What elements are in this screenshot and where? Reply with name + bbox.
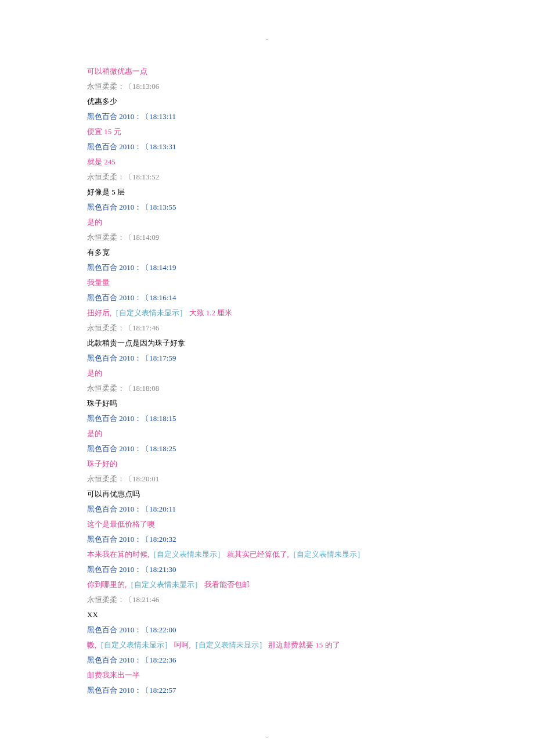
chat-text: 大致 1.2 厘米	[187, 308, 232, 317]
chat-line: 有多宽	[87, 245, 476, 260]
chat-line: 永恒柔柔：〔18:21:46	[87, 592, 476, 607]
chat-text: 黑色百合 2010：〔18:20:32	[87, 535, 176, 543]
chat-line: 邮费我来出一半	[87, 668, 476, 683]
chat-line: 本来我在算的时候,［自定义表情未显示］ 就其实已经算低了,［自定义表情未显示］	[87, 547, 476, 562]
chat-line: 嗷,［自定义表情未显示］ 呵呵,［自定义表情未显示］ 那边邮费就要 15 的了	[87, 638, 476, 653]
chat-line: 珠子好吗	[87, 396, 476, 411]
chat-line: 永恒柔柔：〔18:14:09	[87, 230, 476, 245]
chat-text: 黑色百合 2010：〔18:20:11	[87, 505, 176, 513]
chat-line: 就是 245	[87, 154, 476, 170]
chat-line: 永恒柔柔：〔18:17:46	[87, 321, 476, 336]
chat-line: 可以再优惠点吗	[87, 487, 476, 502]
chat-text: 珠子好的	[87, 459, 117, 468]
chat-text: ［自定义表情未显示］	[149, 550, 225, 559]
chat-text: 此款稍贵一点是因为珠子好拿	[87, 339, 185, 347]
chat-line: 黑色百合 2010：〔18:16:14	[87, 290, 476, 305]
chat-line: 黑色百合 2010：〔18:14:19	[87, 260, 476, 275]
chat-text: 就其实已经算低了,	[225, 550, 289, 559]
chat-text: 黑色百合 2010：〔18:14:19	[87, 263, 176, 272]
chat-line: 黑色百合 2010：〔18:22:36	[87, 653, 476, 668]
chat-text: 是的	[87, 369, 102, 377]
chat-text: ［自定义表情未显示］	[111, 308, 187, 317]
chat-line: 你到哪里的,［自定义表情未显示］ 我看能否包邮	[87, 577, 476, 592]
chat-line: 是的	[87, 366, 476, 381]
chat-line: 黑色百合 2010：〔18:20:32	[87, 532, 476, 547]
chat-text: 永恒柔柔：〔18:13:06	[87, 82, 159, 91]
chat-log: 可以稍微优惠一点永恒柔柔：〔18:13:06优惠多少黑色百合 2010：〔18:…	[0, 64, 534, 698]
chat-line: 永恒柔柔：〔18:13:52	[87, 170, 476, 185]
chat-line: 可以稍微优惠一点	[87, 64, 476, 79]
chat-text: 本来我在算的时候,	[87, 550, 149, 559]
chat-text: 那边邮费就要 15 的了	[266, 640, 340, 649]
chat-text: 好像是 5 层	[87, 188, 125, 196]
chat-line: 黑色百合 2010：〔18:18:25	[87, 441, 476, 456]
chat-text: 优惠多少	[87, 97, 117, 106]
chat-text: 黑色百合 2010：〔18:18:25	[87, 444, 176, 453]
chat-line: 是的	[87, 215, 476, 230]
chat-line: 永恒柔柔：〔18:18:08	[87, 381, 476, 396]
chat-text: XX	[87, 610, 98, 619]
chat-line: 黑色百合 2010：〔18:17:59	[87, 351, 476, 366]
chat-text: 你到哪里的,	[87, 580, 127, 589]
chat-text: 永恒柔柔：〔18:13:52	[87, 172, 159, 181]
chat-line: 永恒柔柔：〔18:13:06	[87, 79, 476, 94]
chat-text: 永恒柔柔：〔18:21:46	[87, 595, 159, 604]
chat-line: 黑色百合 2010：〔18:22:57	[87, 683, 476, 698]
chat-text: 呵呵,	[172, 640, 191, 649]
chat-line: 黑色百合 2010：〔18:20:11	[87, 502, 476, 517]
chat-text: 黑色百合 2010：〔18:22:36	[87, 656, 176, 664]
chat-text: 是的	[87, 429, 102, 438]
chat-text: ［自定义表情未显示］	[289, 550, 365, 559]
chat-line: 我量量	[87, 275, 476, 290]
chat-line: 珠子好的	[87, 456, 476, 471]
chat-line: 黑色百合 2010：〔18:22:00	[87, 622, 476, 638]
chat-text: 黑色百合 2010：〔18:21:30	[87, 565, 176, 574]
chat-text: 黑色百合 2010：〔18:22:57	[87, 686, 176, 694]
chat-text: 珠子好吗	[87, 399, 117, 408]
chat-text: 就是 245	[87, 157, 116, 166]
chat-line: 黑色百合 2010：〔18:18:15	[87, 411, 476, 426]
chat-text: 黑色百合 2010：〔18:13:55	[87, 203, 176, 211]
page-marker-top: .	[266, 35, 268, 41]
chat-text: 嗷,	[87, 640, 96, 649]
chat-line: 此款稍贵一点是因为珠子好拿	[87, 336, 476, 351]
chat-text: 黑色百合 2010：〔18:13:31	[87, 142, 176, 151]
chat-text: 邮费我来出一半	[87, 671, 140, 679]
page-marker-bottom: .	[266, 732, 268, 739]
chat-line: 黑色百合 2010：〔18:21:30	[87, 562, 476, 577]
chat-text: 我量量	[87, 278, 110, 287]
chat-line: 黑色百合 2010：〔18:13:55	[87, 200, 476, 215]
chat-text: 黑色百合 2010：〔18:16:14	[87, 293, 176, 302]
chat-text: 永恒柔柔：〔18:14:09	[87, 233, 159, 242]
chat-text: ［自定义表情未显示］	[191, 640, 266, 649]
chat-line: XX	[87, 607, 476, 622]
chat-text: ［自定义表情未显示］	[96, 640, 172, 649]
chat-line: 是的	[87, 426, 476, 441]
chat-line: 好像是 5 层	[87, 185, 476, 200]
chat-text: 我看能否包邮	[202, 580, 249, 589]
chat-line: 便宜 15 元	[87, 124, 476, 139]
chat-text: 有多宽	[87, 248, 110, 257]
chat-text: 黑色百合 2010：〔18:18:15	[87, 414, 176, 423]
chat-line: 扭好后,［自定义表情未显示］ 大致 1.2 厘米	[87, 305, 476, 321]
chat-line: 这个是最低价格了噢	[87, 517, 476, 532]
chat-text: 黑色百合 2010：〔18:13:11	[87, 112, 176, 121]
chat-line: 黑色百合 2010：〔18:13:31	[87, 139, 476, 154]
chat-text: 是的	[87, 218, 102, 226]
chat-line: 永恒柔柔：〔18:20:01	[87, 471, 476, 487]
chat-text: 永恒柔柔：〔18:18:08	[87, 384, 159, 393]
chat-line: 黑色百合 2010：〔18:13:11	[87, 109, 476, 124]
chat-text: 永恒柔柔：〔18:20:01	[87, 474, 159, 483]
chat-text: 黑色百合 2010：〔18:22:00	[87, 625, 176, 634]
chat-text: ［自定义表情未显示］	[127, 580, 202, 589]
chat-text: 这个是最低价格了噢	[87, 520, 155, 528]
chat-text: 可以再优惠点吗	[87, 489, 140, 498]
chat-text: 扭好后,	[87, 308, 111, 317]
chat-text: 便宜 15 元	[87, 127, 121, 136]
chat-text: 黑色百合 2010：〔18:17:59	[87, 354, 176, 362]
chat-text: 可以稍微优惠一点	[87, 67, 147, 75]
chat-line: 优惠多少	[87, 94, 476, 109]
chat-text: 永恒柔柔：〔18:17:46	[87, 323, 159, 332]
